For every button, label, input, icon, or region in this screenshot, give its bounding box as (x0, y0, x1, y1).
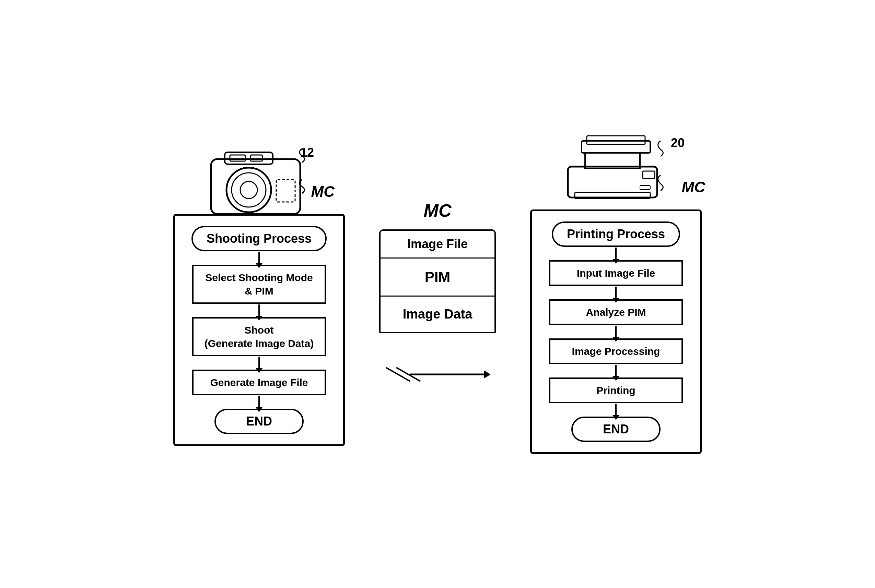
printing-step: Printing (549, 378, 683, 403)
svg-rect-2 (230, 155, 245, 161)
camera-mc-label: MC (311, 183, 335, 200)
transfer-arrow-svg (383, 361, 492, 388)
printer-svg (554, 134, 678, 213)
printing-process-box: Printing Process Input Image File Analyz… (530, 210, 702, 454)
arrow-4 (259, 396, 260, 408)
svg-rect-12 (582, 141, 650, 153)
shoot-step: Shoot(Generate Image Data) (192, 317, 326, 356)
diagram-container: 12 MC (0, 0, 875, 588)
svg-rect-7 (276, 180, 295, 202)
generate-image-file-step: Generate Image File (192, 370, 326, 395)
right-panel: 20 MC (530, 134, 702, 454)
shooting-process-title: Shooting Process (191, 226, 327, 251)
printer-mc-label: MC (682, 178, 705, 196)
arrow-3 (259, 357, 260, 369)
select-shooting-mode-step: Select Shooting Mode& PIM (192, 265, 326, 304)
camera-ref-number: 12 (300, 146, 314, 160)
print-arrow-1 (615, 248, 616, 260)
svg-marker-11 (484, 370, 491, 378)
shooting-process-box: Shooting Process Select Shooting Mode& P… (173, 214, 345, 446)
printing-end: END (571, 417, 660, 442)
svg-rect-13 (587, 136, 645, 144)
svg-line-8 (386, 368, 410, 381)
svg-point-6 (240, 182, 257, 198)
print-arrow-3 (615, 326, 616, 338)
shooting-end: END (215, 409, 304, 434)
left-panel: 12 MC (173, 142, 345, 446)
image-file-card: Image File PIM Image Data (379, 230, 496, 333)
svg-point-5 (232, 173, 266, 207)
image-file-title: Image File (380, 231, 495, 258)
printer-ref-number: 20 (671, 136, 684, 150)
svg-rect-17 (640, 186, 650, 190)
image-file-data: Image Data (380, 297, 495, 332)
print-arrow-2 (615, 286, 616, 298)
arrow-1 (259, 252, 260, 264)
mc-center-label: MC (424, 200, 451, 221)
svg-rect-18 (643, 171, 655, 178)
input-image-file-step: Input Image File (549, 260, 683, 286)
camera-svg (204, 142, 314, 218)
image-processing-step: Image Processing (549, 338, 683, 364)
print-arrow-5 (615, 404, 616, 416)
camera-illustration: 12 MC (204, 142, 314, 218)
svg-rect-3 (251, 155, 263, 161)
arrow-2 (259, 304, 260, 316)
printer-illustration: 20 MC (554, 134, 678, 213)
print-arrow-4 (615, 365, 616, 377)
svg-point-4 (227, 168, 271, 212)
transfer-arrow-container (383, 361, 492, 388)
image-file-pim: PIM (380, 258, 495, 297)
analyze-pim-step: Analyze PIM (549, 299, 683, 325)
printing-process-title: Printing Process (552, 222, 680, 247)
middle-panel: MC Image File PIM Image Data (379, 200, 496, 388)
